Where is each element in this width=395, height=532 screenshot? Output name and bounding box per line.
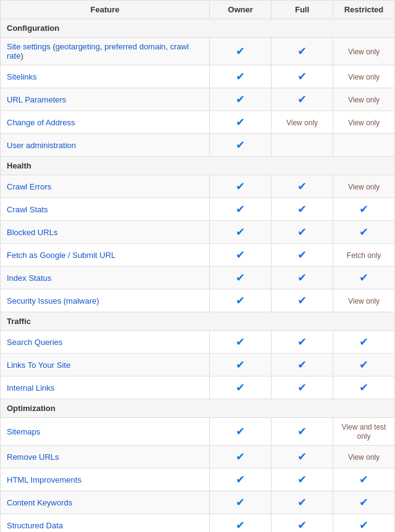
feature-link[interactable]: URL Parameters [7, 95, 66, 104]
feature-cell: Search Queries [1, 331, 210, 354]
section-header-traffic: Traffic [1, 312, 395, 331]
view-test-only-label: View and test only [342, 423, 386, 441]
check-icon: ✔ [236, 45, 245, 57]
owner-cell: ✔ [210, 134, 272, 157]
restricted-cell: Fetch only [333, 244, 395, 267]
full-cell: ✔ [272, 38, 333, 65]
check-icon: ✔ [297, 496, 307, 509]
restricted-cell: ✔ [333, 267, 395, 289]
restricted-cell: ✔ [333, 514, 395, 533]
full-cell: ✔ [272, 289, 333, 312]
restricted-cell: View only [333, 289, 395, 312]
restricted-cell: ✔ [333, 376, 395, 399]
feature-link[interactable]: Index Status [7, 273, 51, 283]
restricted-cell: View only [333, 65, 395, 88]
table-row: URL Parameters ✔ ✔ View only [1, 88, 395, 111]
full-cell: ✔ [272, 88, 333, 111]
check-icon: ✔ [236, 93, 245, 106]
feature-link[interactable]: Crawl Errors [7, 182, 51, 191]
full-cell: ✔ [272, 244, 333, 267]
full-cell [272, 134, 333, 157]
table-row: Internal Links ✔ ✔ ✔ [1, 376, 395, 399]
table-row: Remove URLs ✔ ✔ View only [1, 446, 395, 468]
feature-cell: Links To Your Site [1, 354, 210, 376]
check-icon: ✔ [236, 473, 245, 486]
feature-link[interactable]: Content Keywords [7, 498, 72, 507]
full-cell: ✔ [272, 267, 333, 289]
feature-link[interactable]: Search Queries [7, 338, 62, 347]
check-icon: ✔ [236, 70, 245, 83]
owner-cell: ✔ [210, 446, 272, 468]
check-icon: ✔ [297, 249, 307, 261]
feature-link[interactable]: User administration [7, 141, 76, 150]
section-header-configuration: Configuration [1, 19, 395, 38]
check-icon: ✔ [236, 425, 245, 438]
full-cell: ✔ [272, 331, 333, 354]
check-icon: ✔ [359, 359, 368, 371]
table-row: Sitelinks ✔ ✔ View only [1, 65, 395, 88]
full-cell: ✔ [272, 376, 333, 399]
check-icon: ✔ [297, 336, 307, 348]
restricted-cell [333, 134, 395, 157]
full-cell: ✔ [272, 175, 333, 198]
check-icon: ✔ [236, 272, 245, 284]
view-only-label: View only [348, 118, 380, 127]
check-icon: ✔ [236, 139, 245, 151]
feature-link[interactable]: Sitelinks [7, 72, 36, 81]
owner-cell: ✔ [210, 175, 272, 198]
feature-link[interactable]: Blocked URLs [7, 228, 57, 237]
check-icon: ✔ [297, 203, 307, 215]
feature-cell: Site settings (geotargeting, preferred d… [1, 38, 210, 65]
section-title: Traffic [1, 312, 395, 331]
feature-link[interactable]: Security Issues (malware) [7, 296, 99, 305]
feature-link[interactable]: Crawl Stats [7, 205, 48, 214]
check-icon: ✔ [297, 425, 307, 438]
restricted-cell: ✔ [333, 354, 395, 376]
owner-cell: ✔ [210, 418, 272, 446]
restricted-cell: View and test only [333, 418, 395, 446]
table-row: Blocked URLs ✔ ✔ ✔ [1, 221, 395, 244]
col-header-restricted: Restricted [333, 1, 395, 19]
table-row: Sitemaps ✔ ✔ View and test only [1, 418, 395, 446]
check-icon: ✔ [236, 226, 245, 238]
check-icon: ✔ [359, 496, 368, 509]
feature-link[interactable]: Change of Address [7, 118, 75, 127]
feature-link[interactable]: Sitemaps [7, 427, 40, 436]
feature-link[interactable]: Remove URLs [7, 452, 59, 462]
feature-link[interactable]: Fetch as Google / Submit URL [7, 251, 115, 260]
owner-cell: ✔ [210, 289, 272, 312]
check-icon: ✔ [236, 336, 245, 348]
view-only-label: View only [348, 183, 380, 191]
feature-cell: Security Issues (malware) [1, 289, 210, 312]
feature-link[interactable]: Structured Data [7, 521, 63, 530]
check-icon: ✔ [297, 272, 307, 284]
feature-cell: Sitelinks [1, 65, 210, 88]
table-row: Structured Data ✔ ✔ ✔ [1, 514, 395, 533]
full-cell: View only [272, 111, 333, 134]
feature-link[interactable]: Links To Your Site [7, 360, 70, 370]
check-icon: ✔ [297, 359, 307, 371]
check-icon: ✔ [359, 381, 368, 394]
table-row: User administration ✔ [1, 134, 395, 157]
check-icon: ✔ [236, 203, 245, 215]
check-icon: ✔ [297, 45, 307, 57]
restricted-cell: View only [333, 111, 395, 134]
owner-cell: ✔ [210, 88, 272, 111]
restricted-cell: ✔ [333, 491, 395, 514]
owner-cell: ✔ [210, 376, 272, 399]
feature-link[interactable]: Site settings [7, 42, 51, 51]
owner-cell: ✔ [210, 514, 272, 533]
owner-cell: ✔ [210, 244, 272, 267]
col-header-full: Full [272, 1, 333, 19]
restricted-cell: ✔ [333, 331, 395, 354]
feature-link[interactable]: HTML Improvements [7, 475, 81, 484]
permissions-table: Feature Owner Full Restricted Configurat… [0, 0, 395, 532]
check-icon: ✔ [236, 249, 245, 261]
feature-cell: Fetch as Google / Submit URL [1, 244, 210, 267]
feature-link[interactable]: Internal Links [7, 383, 54, 393]
feature-cell: Remove URLs [1, 446, 210, 468]
check-icon: ✔ [359, 336, 368, 348]
check-icon: ✔ [236, 451, 245, 463]
table-row: Site settings (geotargeting, preferred d… [1, 38, 395, 65]
section-title: Optimization [1, 399, 395, 418]
